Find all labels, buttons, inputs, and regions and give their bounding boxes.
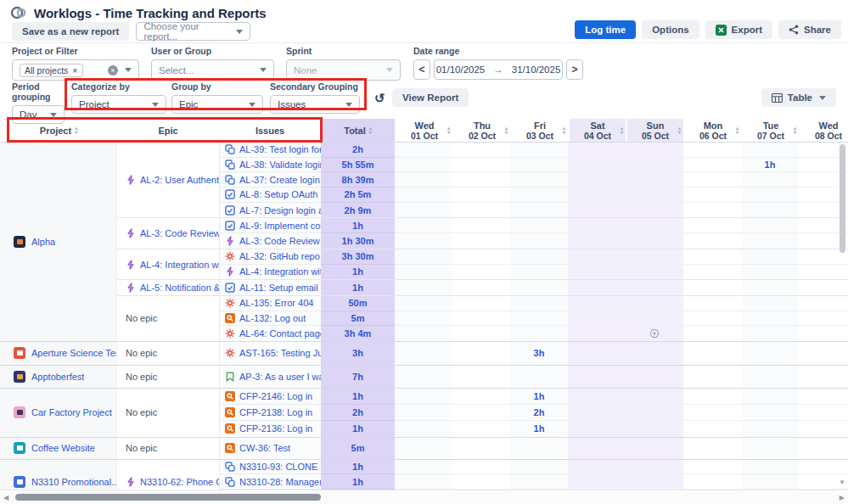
project-filter-select[interactable]: All projects× × <box>12 59 139 81</box>
day-cell[interactable] <box>683 249 741 265</box>
day-cell[interactable] <box>568 438 626 459</box>
choose-report-select[interactable]: Choose your report... <box>136 22 250 41</box>
day-cell[interactable] <box>799 460 848 475</box>
day-cell[interactable] <box>683 474 741 490</box>
options-button[interactable]: Options <box>642 20 699 39</box>
issue-link[interactable]: CFP-2136: Log in <box>239 423 312 434</box>
day-cell[interactable] <box>452 342 510 365</box>
clear-filter-icon[interactable]: × <box>108 65 118 76</box>
epic-link[interactable]: AL-5: Notification & E... <box>140 283 219 293</box>
day-cell[interactable] <box>741 233 799 249</box>
day-cell[interactable] <box>395 311 452 327</box>
day-cell[interactable] <box>741 143 799 158</box>
day-cell[interactable] <box>510 296 568 311</box>
day-cell[interactable] <box>799 265 848 280</box>
day-cell[interactable] <box>741 296 799 311</box>
column-header-day-3[interactable]: Fri 03 Oct ▴▾ <box>510 119 568 142</box>
day-cell[interactable] <box>741 474 799 490</box>
day-cell[interactable] <box>799 438 848 459</box>
day-cell[interactable] <box>568 326 626 341</box>
day-cell[interactable] <box>626 218 683 233</box>
day-cell[interactable] <box>452 296 510 311</box>
day-cell[interactable] <box>683 172 741 188</box>
issue-link[interactable]: AL-8: Setup OAuth 2.0 ... <box>239 189 321 199</box>
day-cell[interactable] <box>510 366 568 388</box>
day-cell[interactable] <box>741 188 799 203</box>
column-header-day-6[interactable]: Mon 06 Oct ▴▾ <box>683 119 741 142</box>
day-cell[interactable] <box>452 203 510 218</box>
secondary-grouping-select[interactable]: Issues <box>270 95 360 114</box>
day-cell[interactable] <box>741 265 799 280</box>
day-cell[interactable] <box>626 342 683 365</box>
day-cell[interactable] <box>452 421 510 437</box>
day-cell[interactable] <box>626 438 683 459</box>
day-cell[interactable] <box>452 326 510 341</box>
day-cell[interactable] <box>741 218 799 233</box>
day-cell[interactable] <box>799 405 848 421</box>
day-cell[interactable] <box>395 326 452 341</box>
day-cell[interactable] <box>799 389 848 405</box>
issue-link[interactable]: AL-132: Log out <box>239 313 306 323</box>
day-cell[interactable] <box>568 405 626 421</box>
project-link[interactable]: Alpha <box>31 237 55 247</box>
epic-link[interactable]: AL-4: Integration with ... <box>140 260 219 270</box>
day-cell[interactable] <box>799 366 848 388</box>
day-cell[interactable] <box>452 265 510 280</box>
issue-link[interactable]: AST-165: Testing July ... <box>239 348 321 358</box>
day-cell[interactable] <box>626 389 683 405</box>
day-cell[interactable] <box>395 218 452 233</box>
day-cell[interactable] <box>626 158 683 173</box>
day-cell[interactable]: 3h <box>510 342 568 365</box>
issue-link[interactable]: AL-135: Error 404 <box>239 298 313 308</box>
issue-link[interactable]: N3310-93: CLONE - De... <box>239 462 321 472</box>
day-cell[interactable] <box>568 389 626 405</box>
day-cell[interactable] <box>395 158 452 173</box>
column-header-day-1[interactable]: Wed 01 Oct ▴▾ <box>395 119 452 142</box>
day-cell[interactable] <box>452 311 510 327</box>
issue-link[interactable]: AL-4: Integration with ... <box>239 266 321 277</box>
day-cell[interactable] <box>799 342 848 365</box>
issue-link[interactable]: AL-64: Contact page n... <box>239 328 321 339</box>
issue-link[interactable]: CFP-2138: Log in <box>239 407 312 417</box>
day-cell[interactable] <box>568 158 626 173</box>
issue-link[interactable]: AL-3: Code Review Int... <box>239 236 321 246</box>
export-button[interactable]: Export <box>705 20 772 39</box>
day-cell[interactable]: 1h <box>510 421 568 437</box>
day-cell[interactable] <box>683 421 741 437</box>
day-cell[interactable] <box>626 143 683 158</box>
day-cell[interactable] <box>683 366 741 388</box>
scroll-right-arrow-icon[interactable]: ▶ <box>840 494 845 501</box>
day-cell[interactable] <box>626 474 683 490</box>
day-cell[interactable] <box>626 249 683 265</box>
day-cell[interactable] <box>395 421 452 437</box>
day-cell[interactable] <box>683 203 741 218</box>
vertical-scrollbar[interactable] <box>840 144 845 253</box>
day-cell[interactable]: 2h <box>510 405 568 421</box>
project-link[interactable]: Apptoberfest <box>31 372 84 382</box>
view-mode-button[interactable]: Table <box>761 88 836 107</box>
horizontal-scrollbar-track[interactable]: ◀ ▶ <box>0 490 848 504</box>
day-cell[interactable] <box>568 218 626 233</box>
sprint-select[interactable]: None <box>286 59 401 81</box>
column-header-day-8[interactable]: Wed 08 Oct ▴▾ <box>799 119 848 142</box>
day-cell[interactable] <box>626 203 683 218</box>
day-cell[interactable] <box>452 233 510 249</box>
day-cell[interactable] <box>683 188 741 203</box>
day-cell[interactable] <box>626 172 683 188</box>
share-button[interactable]: Share <box>778 20 841 39</box>
project-link[interactable]: Coffee Website <box>31 443 95 453</box>
day-cell[interactable] <box>452 249 510 265</box>
day-cell[interactable] <box>452 405 510 421</box>
issue-link[interactable]: AL-32: GitHub repo lin... <box>239 251 321 261</box>
day-cell[interactable] <box>395 389 452 405</box>
day-cell[interactable] <box>395 203 452 218</box>
day-cell[interactable] <box>626 311 683 327</box>
column-header-total[interactable]: Total ▴▾ <box>321 119 395 142</box>
day-cell[interactable] <box>510 438 568 459</box>
day-cell[interactable] <box>395 172 452 188</box>
day-cell[interactable] <box>683 326 741 341</box>
remove-tag-icon[interactable]: × <box>72 65 77 76</box>
day-cell[interactable]: 1h <box>741 158 799 173</box>
project-link[interactable]: Aperture Science Testi... <box>31 348 116 358</box>
day-cell[interactable] <box>626 421 683 437</box>
